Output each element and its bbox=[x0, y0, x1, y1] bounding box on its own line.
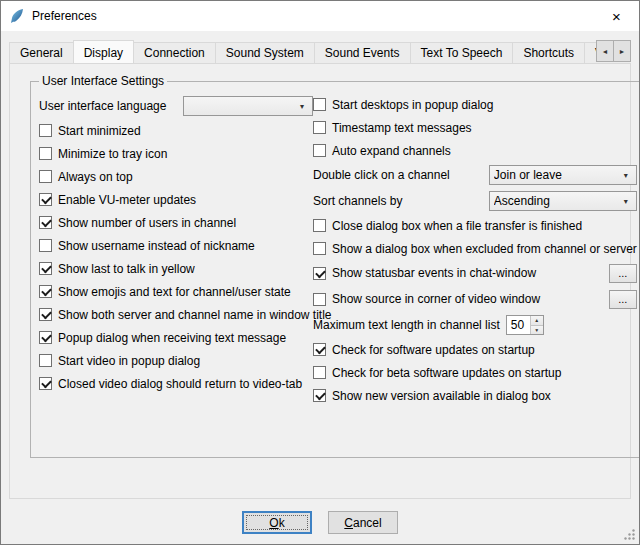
statusbar-events-browse-button[interactable]: ... bbox=[609, 264, 637, 283]
checkbox-username-instead-nickname[interactable]: Show username instead of nickname bbox=[39, 237, 313, 254]
right-column: Start desktops in popup dialog Timestamp… bbox=[313, 96, 637, 410]
tab-general[interactable]: General bbox=[9, 42, 74, 63]
checkbox-vu-meter-updates[interactable]: Enable VU-meter updates bbox=[39, 191, 313, 208]
checkbox-emojis-text-state[interactable]: Show emojis and text for channel/user st… bbox=[39, 283, 313, 300]
checkbox-box bbox=[313, 242, 326, 255]
double-click-value: Join or leave bbox=[494, 168, 620, 182]
checkbox-box bbox=[313, 389, 326, 402]
checkbox-start-video-popup[interactable]: Start video in popup dialog bbox=[39, 352, 313, 369]
close-icon[interactable]: × bbox=[594, 1, 639, 31]
checkbox-always-on-top[interactable]: Always on top bbox=[39, 168, 313, 185]
checkbox-auto-expand-channels[interactable]: Auto expand channels bbox=[313, 142, 637, 159]
checkbox-show-user-count[interactable]: Show number of users in channel bbox=[39, 214, 313, 231]
checkbox-box bbox=[313, 293, 326, 306]
spin-down-icon[interactable]: ▼ bbox=[531, 326, 543, 335]
checkbox-closed-video-return-tab[interactable]: Closed video dialog should return to vid… bbox=[39, 375, 313, 392]
tab-shortcuts[interactable]: Shortcuts bbox=[512, 42, 585, 63]
checkbox-check-updates[interactable]: Check for software updates on startup bbox=[313, 341, 637, 358]
spin-up-icon[interactable]: ▲ bbox=[531, 316, 543, 326]
checkbox-box bbox=[39, 331, 52, 344]
checkbox-statusbar-events[interactable]: Show statusbar events in chat-window bbox=[313, 265, 609, 282]
group-title: User Interface Settings bbox=[39, 74, 167, 88]
checkbox-box bbox=[39, 193, 52, 206]
language-row: User interface language ▾ bbox=[39, 96, 313, 116]
checkbox-timestamp-messages[interactable]: Timestamp text messages bbox=[313, 119, 637, 136]
preferences-dialog: Preferences × General Display Connection… bbox=[0, 0, 640, 545]
chevron-down-icon: ▾ bbox=[296, 102, 308, 111]
checkbox-popup-on-text-message[interactable]: Popup dialog when receiving text message bbox=[39, 329, 313, 346]
tab-display[interactable]: Display bbox=[73, 40, 134, 63]
max-text-length-label: Maximum text length in channel list bbox=[313, 318, 500, 332]
cancel-button[interactable]: Cancel bbox=[328, 511, 398, 534]
sort-channels-row: Sort channels by Ascending ▾ bbox=[313, 191, 637, 211]
checkbox-box bbox=[313, 121, 326, 134]
max-text-length-spinner[interactable]: 50 ▲ ▼ bbox=[506, 315, 544, 335]
tab-scroll-buttons: ◄ ► bbox=[597, 40, 631, 62]
checkbox-box bbox=[313, 219, 326, 232]
footer: Ok Cancel bbox=[1, 511, 639, 534]
checkbox-box bbox=[39, 354, 52, 367]
tab-sound-system[interactable]: Sound System bbox=[215, 42, 315, 63]
double-click-label: Double click on a channel bbox=[313, 168, 450, 182]
checkbox-start-minimized[interactable]: Start minimized bbox=[39, 122, 313, 139]
checkbox-box bbox=[39, 147, 52, 160]
checkbox-box bbox=[39, 239, 52, 252]
video-source-row: Show source in corner of video window ..… bbox=[313, 289, 637, 309]
language-combobox[interactable]: ▾ bbox=[183, 96, 313, 116]
sort-channels-combobox[interactable]: Ascending ▾ bbox=[489, 191, 637, 211]
tab-connection[interactable]: Connection bbox=[133, 42, 216, 63]
checkbox-box bbox=[313, 343, 326, 356]
tab-text-to-speech[interactable]: Text To Speech bbox=[410, 42, 514, 63]
statusbar-events-row: Show statusbar events in chat-window ... bbox=[313, 263, 637, 283]
double-click-row: Double click on a channel Join or leave … bbox=[313, 165, 637, 185]
sort-channels-value: Ascending bbox=[494, 194, 620, 208]
tabs: General Display Connection Sound System … bbox=[9, 39, 631, 63]
checkbox-dialog-when-excluded[interactable]: Show a dialog box when excluded from cha… bbox=[313, 240, 637, 257]
checkbox-box bbox=[39, 124, 52, 137]
window-title: Preferences bbox=[32, 9, 97, 23]
checkbox-box bbox=[39, 262, 52, 275]
ok-button[interactable]: Ok bbox=[242, 511, 312, 534]
chevron-down-icon: ▾ bbox=[620, 171, 632, 180]
checkbox-server-channel-in-title[interactable]: Show both server and channel name in win… bbox=[39, 306, 313, 323]
checkbox-box bbox=[39, 285, 52, 298]
checkbox-start-desktops-popup[interactable]: Start desktops in popup dialog bbox=[313, 96, 637, 113]
checkbox-close-dialog-file-transfer[interactable]: Close dialog box when a file transfer is… bbox=[313, 217, 637, 234]
checkbox-last-talk-yellow[interactable]: Show last to talk in yellow bbox=[39, 260, 313, 277]
left-column: User interface language ▾ Start minimize… bbox=[39, 96, 313, 410]
checkbox-box bbox=[39, 377, 52, 390]
user-interface-settings-group: User Interface Settings User interface l… bbox=[30, 74, 640, 458]
tab-scroll-left-icon[interactable]: ◄ bbox=[596, 40, 614, 62]
checkbox-box bbox=[313, 144, 326, 157]
checkbox-box bbox=[313, 366, 326, 379]
double-click-combobox[interactable]: Join or leave ▾ bbox=[489, 165, 637, 185]
checkbox-check-beta-updates[interactable]: Check for beta software updates on start… bbox=[313, 364, 637, 381]
display-tab-pane: User Interface Settings User interface l… bbox=[9, 63, 631, 499]
titlebar[interactable]: Preferences × bbox=[1, 1, 639, 31]
checkbox-box bbox=[39, 308, 52, 321]
max-text-length-row: Maximum text length in channel list 50 ▲… bbox=[313, 315, 637, 335]
chevron-down-icon: ▾ bbox=[620, 197, 632, 206]
checkbox-box bbox=[39, 170, 52, 183]
spinner-buttons: ▲ ▼ bbox=[530, 316, 543, 334]
language-label: User interface language bbox=[39, 99, 166, 113]
checkbox-video-source-corner[interactable]: Show source in corner of video window bbox=[313, 291, 609, 308]
app-logo-icon bbox=[9, 8, 25, 24]
checkbox-show-new-version-dialog[interactable]: Show new version available in dialog box bbox=[313, 387, 637, 404]
tab-strip: General Display Connection Sound System … bbox=[9, 39, 631, 63]
checkbox-minimize-to-tray[interactable]: Minimize to tray icon bbox=[39, 145, 313, 162]
settings-columns: User interface language ▾ Start minimize… bbox=[39, 92, 637, 410]
video-source-browse-button[interactable]: ... bbox=[609, 290, 637, 309]
tab-scroll-right-icon[interactable]: ► bbox=[613, 40, 631, 62]
resize-grip-icon[interactable] bbox=[623, 528, 636, 541]
tab-sound-events[interactable]: Sound Events bbox=[314, 42, 411, 63]
checkbox-box bbox=[39, 216, 52, 229]
checkbox-box bbox=[313, 98, 326, 111]
checkbox-box bbox=[313, 267, 326, 280]
spinner-value: 50 bbox=[507, 316, 530, 334]
sort-channels-label: Sort channels by bbox=[313, 194, 402, 208]
